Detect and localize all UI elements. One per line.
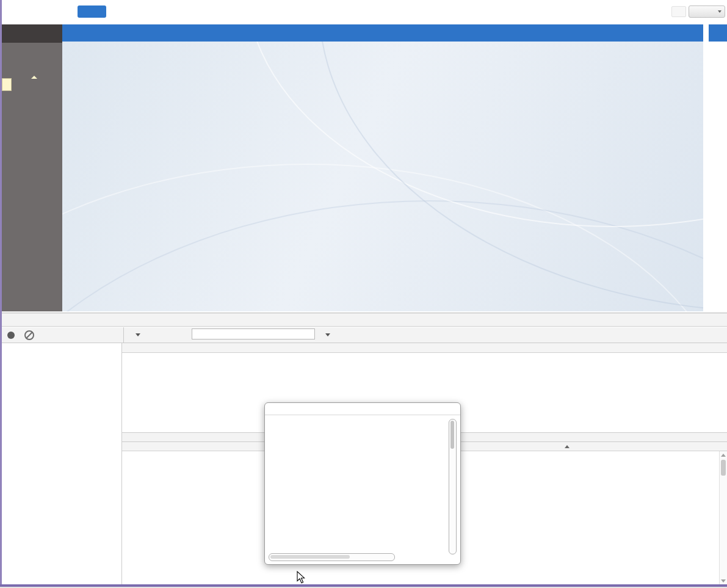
sidebar-header (2, 24, 62, 43)
profiles-sidebar (2, 343, 122, 585)
scrollbar-thumb[interactable] (721, 460, 726, 476)
user-menu-button[interactable] (689, 5, 725, 18)
rail-header-bar (709, 24, 727, 42)
popup-vertical-scrollbar[interactable] (449, 419, 457, 554)
sort-asc-icon (565, 445, 570, 448)
object-preview-popup (264, 402, 461, 565)
devtools-tab-bar (2, 313, 727, 327)
view-select[interactable] (131, 330, 140, 340)
app-header-bar (62, 24, 703, 42)
profiler-toolbar (2, 327, 727, 343)
snapshot-select[interactable] (321, 330, 330, 340)
clear-button[interactable] (24, 330, 34, 340)
record-button[interactable] (7, 332, 15, 339)
toolbar-divider (123, 327, 124, 343)
inspect-tooltip (2, 78, 12, 91)
notification-badge[interactable] (671, 6, 686, 17)
tooltip-notch (31, 76, 37, 79)
retainers-scrollbar[interactable] (719, 451, 727, 585)
start-tab[interactable] (78, 5, 106, 18)
scroll-up-icon[interactable] (721, 454, 726, 457)
window-left-border (0, 0, 2, 584)
popup-horizontal-scrollbar[interactable] (269, 553, 395, 561)
app-top-bar (2, 0, 727, 23)
chevron-down-icon (718, 10, 722, 13)
scrollbar-thumb[interactable] (450, 421, 454, 449)
chevron-down-icon (325, 333, 330, 336)
popup-title (265, 403, 460, 415)
publication-rail (709, 42, 727, 311)
scroll-down-icon[interactable] (721, 579, 726, 583)
chevron-down-icon (136, 333, 140, 336)
screen (0, 0, 727, 588)
welcome-panel (62, 42, 703, 311)
class-filter-input[interactable] (192, 328, 315, 339)
scrollbar-thumb[interactable] (270, 555, 350, 559)
